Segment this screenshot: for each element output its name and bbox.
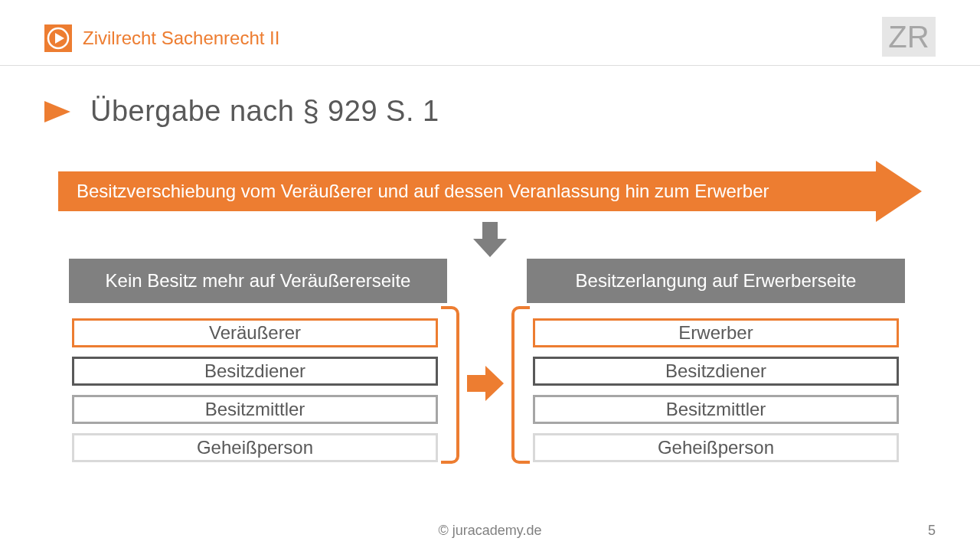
process-arrow-label: Besitzverschiebung vom Veräußerer und au… bbox=[58, 181, 769, 202]
copyright: © juracademy.de bbox=[0, 523, 980, 539]
subject-tag: ZR bbox=[882, 17, 936, 57]
list-item: Erwerber bbox=[533, 318, 899, 347]
bracket-left-icon bbox=[441, 306, 459, 464]
list-item: Besitzmittler bbox=[72, 395, 438, 424]
subject-label: Zivilrecht Sachenrecht II bbox=[83, 28, 279, 49]
left-column: Veräußerer Besitzdiener Besitzmittler Ge… bbox=[72, 318, 438, 471]
left-column-header: Kein Besitz mehr auf Veräußererseite bbox=[69, 259, 447, 303]
arrow-down-icon bbox=[473, 222, 507, 257]
triangle-right-icon bbox=[44, 101, 70, 122]
list-item: Besitzdiener bbox=[72, 357, 438, 386]
play-logo-icon bbox=[44, 24, 72, 52]
slide: Zivilrecht Sachenrecht II ZR Übergabe na… bbox=[0, 0, 980, 551]
right-column: Erwerber Besitzdiener Besitzmittler Gehe… bbox=[533, 318, 899, 471]
bracket-right-icon bbox=[511, 306, 530, 464]
title-row: Übergabe nach § 929 S. 1 bbox=[44, 95, 439, 128]
list-item: Geheißperson bbox=[533, 433, 899, 462]
list-item: Besitzmittler bbox=[533, 395, 899, 424]
list-item: Veräußerer bbox=[72, 318, 438, 347]
page-number: 5 bbox=[928, 523, 936, 539]
list-item: Geheißperson bbox=[72, 433, 438, 462]
arrow-right-small-icon bbox=[467, 366, 504, 401]
right-column-header: Besitzerlangung auf Erwerberseite bbox=[527, 259, 905, 303]
page-title: Übergabe nach § 929 S. 1 bbox=[90, 95, 439, 128]
list-item: Besitzdiener bbox=[533, 357, 899, 386]
arrow-right-icon bbox=[876, 161, 922, 222]
process-arrow-body: Besitzverschiebung vom Veräußerer und au… bbox=[58, 171, 876, 211]
header: Zivilrecht Sachenrecht II ZR bbox=[0, 0, 980, 66]
process-arrow: Besitzverschiebung vom Veräußerer und au… bbox=[58, 161, 922, 222]
